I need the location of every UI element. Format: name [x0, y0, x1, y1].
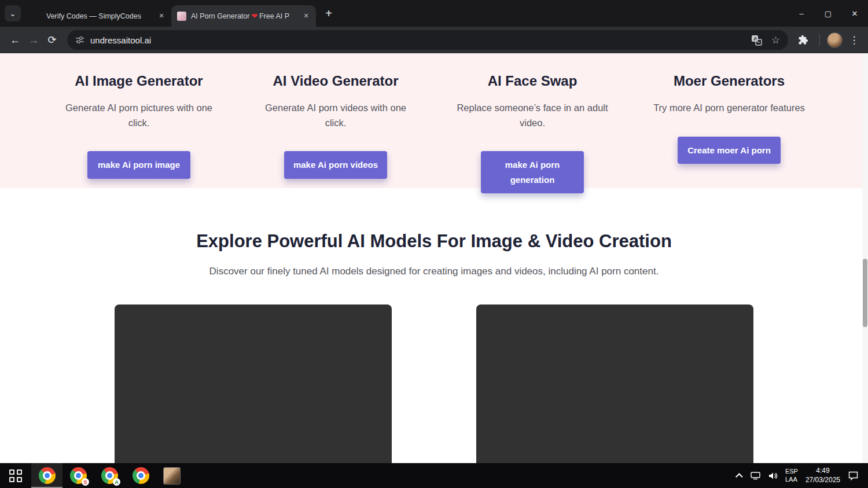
- bookmark-star-icon[interactable]: ☆: [771, 34, 780, 46]
- clock[interactable]: 4:49 27/03/2025: [806, 467, 840, 485]
- feature-column-video: AI Video Generator Generate AI porn vide…: [237, 73, 434, 188]
- model-cards-row: [115, 304, 753, 463]
- window-close-button[interactable]: ✕: [841, 0, 868, 27]
- section-title: Explore Powerful AI Models For Image & V…: [0, 231, 868, 252]
- back-button[interactable]: ←: [6, 31, 24, 49]
- taskbar-chrome-4[interactable]: [125, 463, 156, 488]
- feature-column-image: AI Image Generator Generate AI porn pict…: [41, 73, 237, 188]
- make-video-button[interactable]: make Ai porn videos: [284, 151, 387, 179]
- feature-title: AI Video Generator: [273, 73, 399, 89]
- profile-avatar[interactable]: [827, 32, 843, 48]
- tab-title: AI Porn Generator❤Free AI P: [191, 12, 301, 20]
- taskbar-chrome-2[interactable]: S: [62, 463, 94, 488]
- make-image-button[interactable]: make Ai porn image: [87, 151, 190, 179]
- feature-title: AI Image Generator: [75, 73, 203, 89]
- tab-strip: ⌄ Verify Codes — SimplyCodes ✕ AI Porn G…: [0, 0, 868, 27]
- app-grid-button[interactable]: [0, 463, 31, 488]
- feature-title: Moer Generators: [674, 73, 785, 89]
- profile-badge: S: [82, 478, 89, 486]
- toolbar-divider: [819, 34, 820, 46]
- feature-description: Generate AI porn pictures with one click…: [62, 101, 216, 130]
- photo-thumbnail-icon: [163, 467, 181, 485]
- clock-date: 27/03/2025: [806, 476, 840, 485]
- system-tray: ESP LAA 4:49 27/03/2025: [738, 463, 868, 488]
- page-scrollbar[interactable]: [862, 53, 868, 463]
- models-section: Explore Powerful AI Models For Image & V…: [0, 188, 868, 463]
- model-card-right[interactable]: [476, 304, 753, 463]
- chrome-icon: [133, 467, 149, 484]
- windows-taskbar: S A ESP LAA 4:49 27/03/2025: [0, 463, 868, 488]
- feature-description: Generate AI porn videos with one click.: [259, 101, 413, 130]
- taskbar-chrome-3[interactable]: A: [94, 463, 125, 488]
- close-tab-icon[interactable]: ✕: [301, 11, 311, 21]
- tab-simplycodes[interactable]: Verify Codes — SimplyCodes ✕: [27, 5, 171, 27]
- heart-icon: ❤: [251, 12, 257, 20]
- tab-title: Verify Codes — SimplyCodes: [46, 12, 156, 20]
- profile-badge: A: [113, 478, 120, 486]
- clock-time: 4:49: [806, 467, 840, 476]
- feature-column-more: Moer Generators Try more AI porn generat…: [631, 73, 827, 188]
- reload-button[interactable]: ⟳: [43, 31, 61, 49]
- site-settings-icon[interactable]: [75, 35, 84, 45]
- page-viewport: AI Image Generator Generate AI porn pict…: [0, 53, 868, 463]
- language-line-2: LAA: [785, 476, 798, 484]
- display-icon[interactable]: [751, 471, 760, 480]
- extensions-puzzle-icon[interactable]: [794, 31, 812, 49]
- feature-column-faceswap: AI Face Swap Replace someone’s face in a…: [434, 73, 631, 188]
- toolbar-right-cluster: ⋮: [794, 31, 862, 49]
- window-minimize-button[interactable]: –: [788, 0, 815, 27]
- simplycodes-favicon-icon: [32, 12, 42, 21]
- section-subtitle: Discover our finely tuned AI models desi…: [0, 266, 868, 277]
- new-tab-button[interactable]: +: [321, 5, 337, 21]
- grid-icon: [9, 469, 22, 482]
- close-tab-icon[interactable]: ✕: [156, 11, 167, 21]
- taskbar-chrome-1[interactable]: [31, 463, 62, 488]
- scrollbar-thumb[interactable]: [863, 259, 867, 327]
- tab-ai-generator[interactable]: AI Porn Generator❤Free AI P ✕: [171, 5, 316, 27]
- speaker-icon[interactable]: [768, 471, 778, 480]
- model-card-left[interactable]: [115, 304, 392, 463]
- chrome-icon: [39, 467, 56, 484]
- window-controls: – ▢ ✕: [788, 0, 868, 27]
- feature-description: Replace someone’s face in an adult video…: [456, 101, 609, 130]
- site-favicon-icon: [177, 12, 186, 21]
- window-maximize-button[interactable]: ▢: [815, 0, 841, 27]
- url-text: undressaitool.ai: [90, 35, 151, 45]
- browser-menu-icon[interactable]: ⋮: [846, 34, 862, 46]
- language-indicator[interactable]: ESP LAA: [785, 468, 798, 484]
- language-line-1: ESP: [785, 468, 798, 476]
- feature-title: AI Face Swap: [488, 73, 578, 89]
- create-more-button[interactable]: Create moer Ai porn: [678, 137, 781, 164]
- make-generation-button[interactable]: make Ai porn generation: [481, 151, 584, 193]
- chevron-up-icon: [735, 473, 743, 480]
- translate-icon[interactable]: A: [751, 35, 762, 46]
- taskbar-photo-app[interactable]: [156, 463, 187, 488]
- chevron-down-icon: ⌄: [10, 9, 16, 18]
- browser-toolbar: ← → ⟳ undressaitool.ai A ☆ ⋮: [0, 27, 868, 53]
- features-section: AI Image Generator Generate AI porn pict…: [0, 53, 868, 188]
- notification-center-icon[interactable]: [848, 471, 859, 480]
- feature-description: Try more AI porn generator features: [653, 101, 805, 116]
- address-bar[interactable]: undressaitool.ai A ☆: [67, 30, 788, 50]
- tab-search-button[interactable]: ⌄: [5, 5, 21, 21]
- tray-expand-button[interactable]: [738, 473, 743, 478]
- forward-button[interactable]: →: [24, 31, 43, 49]
